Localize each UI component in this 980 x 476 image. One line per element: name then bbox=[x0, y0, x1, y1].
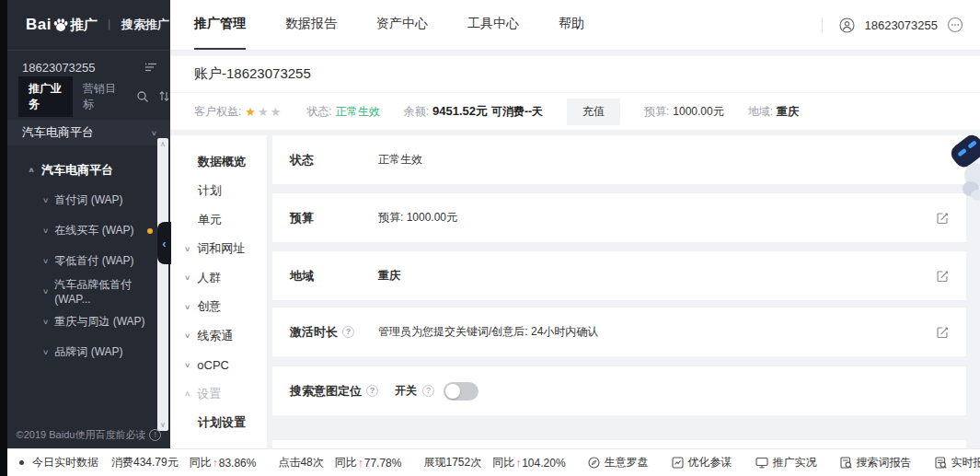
status-dot bbox=[19, 460, 24, 465]
clicks-stat: 点击48次 bbox=[278, 455, 323, 470]
menu-item-words-urls[interactable]: 词和网址 bbox=[170, 235, 267, 264]
compare-label: 同比 bbox=[335, 455, 357, 470]
tree-item[interactable]: 汽车品牌低首付 (WAP... bbox=[7, 276, 156, 307]
sidebar-account-id: 18623073255 bbox=[22, 61, 96, 75]
panel-intent-label: 搜索意图定位 bbox=[290, 383, 395, 400]
top-navigation: 推广管理 数据报告 资产中心 工具中心 帮助 18623073255 bbox=[170, 0, 980, 51]
link-optimization-advisor[interactable]: 优化参谋 bbox=[672, 455, 732, 470]
menu-item-plan[interactable]: 计划 bbox=[170, 177, 267, 206]
link-realtime-report[interactable]: 实时报告 bbox=[935, 455, 980, 470]
inner-menu: 数据概览 计划 单元 词和网址 人群 创意 线索通 oCPC 设置 计划设置 bbox=[170, 135, 267, 448]
user-icon[interactable] bbox=[839, 17, 855, 33]
chevron-down-icon bbox=[42, 226, 49, 235]
filter-icon[interactable] bbox=[144, 62, 157, 73]
panel-activation: 激活时长 管理员为您提交关键词/创意后: 24小时内确认 bbox=[272, 308, 966, 356]
sidebar-footer: ©2019 Baidu使用百度前必读 bbox=[7, 428, 170, 442]
link-search-term-report[interactable]: 搜索词报告 bbox=[840, 455, 912, 470]
nav-help[interactable]: 帮助 bbox=[559, 0, 584, 50]
tab-promotion-business[interactable]: 推广业务 bbox=[18, 76, 73, 117]
menu-label: 创意 bbox=[197, 298, 221, 315]
menu-item-ocpc[interactable]: oCPC bbox=[170, 351, 267, 380]
tree-item[interactable]: 在线买车 (WAP) bbox=[7, 215, 156, 246]
link-promotion-live[interactable]: 推广实况 bbox=[755, 455, 817, 470]
help-icon[interactable] bbox=[342, 326, 354, 338]
link-label: 优化参谋 bbox=[688, 455, 732, 470]
link-label: 生意罗盘 bbox=[605, 455, 649, 470]
platform-dropdown-label: 汽车电商平台 bbox=[22, 124, 94, 141]
region-value: 重庆 bbox=[777, 104, 799, 120]
status-value: 正常生效 bbox=[336, 104, 380, 120]
consume-compare: 同比↑83.86% bbox=[190, 455, 257, 470]
sort-icon[interactable] bbox=[158, 90, 170, 102]
tree-item-label: 重庆与周边 (WAP) bbox=[54, 314, 144, 330]
search-icon[interactable] bbox=[136, 90, 149, 103]
menu-item-plan-settings[interactable]: 计划设置 bbox=[170, 409, 267, 438]
panel-region-label: 地域 bbox=[290, 268, 378, 284]
trend-up-icon: ↑ bbox=[515, 457, 521, 470]
menu-item-data-overview[interactable]: 数据概览 bbox=[170, 147, 267, 177]
star-gray-icon bbox=[258, 105, 271, 119]
baidu-paw-icon bbox=[52, 17, 69, 32]
edit-icon[interactable] bbox=[936, 269, 950, 283]
compare-value: 104.20% bbox=[522, 457, 565, 470]
rights-label: 客户权益: bbox=[194, 104, 241, 120]
compare-label: 同比 bbox=[492, 455, 514, 470]
tree-item-label: 零低首付 (WAP) bbox=[54, 253, 133, 269]
tree-item[interactable]: 首付词 (WAP) bbox=[7, 185, 156, 215]
menu-item-settings[interactable]: 设置 bbox=[170, 379, 267, 409]
account-info-bar: 客户权益: 状态: 正常生效 余额: 9451.52元 可消费--天 充值 预算… bbox=[170, 93, 980, 130]
menu-item-leads[interactable]: 线索通 bbox=[170, 321, 267, 351]
account-status: 状态: 正常生效 bbox=[306, 104, 379, 120]
platform-dropdown[interactable]: 汽车电商平台 bbox=[7, 120, 170, 145]
nav-tool-center[interactable]: 工具中心 bbox=[467, 0, 519, 50]
nav-right-group: 18623073255 bbox=[822, 0, 980, 50]
nav-promotion-management[interactable]: 推广管理 bbox=[194, 0, 246, 50]
chevron-up-icon bbox=[28, 166, 35, 174]
trend-up-icon: ↑ bbox=[358, 457, 363, 470]
intent-label-text: 搜索意图定位 bbox=[290, 383, 362, 400]
edit-icon[interactable] bbox=[936, 211, 950, 225]
account-header-card: 账户-18623073255 客户权益: 状态: 正常生效 余额: 9451.5… bbox=[170, 56, 980, 130]
menu-label: 人群 bbox=[197, 270, 221, 286]
link-label: 搜索词报告 bbox=[857, 455, 912, 470]
account-budget: 预算: 1000.00元 bbox=[644, 104, 724, 120]
sidebar-scrollbar[interactable] bbox=[157, 138, 168, 431]
intent-toggle-off[interactable] bbox=[444, 382, 478, 401]
status-label: 状态: bbox=[306, 104, 331, 120]
tree-root-item[interactable]: 汽车电商平台 bbox=[7, 155, 156, 185]
chevron-down-icon bbox=[42, 257, 49, 265]
chevron-down-icon bbox=[184, 331, 190, 340]
help-icon[interactable] bbox=[366, 385, 378, 397]
recharge-button[interactable]: 充值 bbox=[567, 99, 620, 125]
scroll-down-arrow[interactable] bbox=[157, 421, 168, 429]
chevron-down-icon bbox=[42, 287, 49, 296]
tree-item[interactable]: 品牌词 (WAP) bbox=[7, 337, 156, 367]
menu-item-creative[interactable]: 创意 bbox=[170, 293, 267, 322]
sidebar-collapse-handle[interactable] bbox=[157, 222, 171, 264]
tab-marketing-goal[interactable]: 营销目标 bbox=[73, 76, 127, 117]
menu-item-unit[interactable]: 单元 bbox=[170, 205, 267, 235]
tree-item[interactable]: 重庆与周边 (WAP) bbox=[7, 307, 156, 337]
tree-item-label: 汽车品牌低首付 (WAP... bbox=[54, 277, 156, 306]
region-label: 地域: bbox=[748, 104, 773, 120]
more-options-icon[interactable] bbox=[947, 17, 963, 33]
menu-item-audience[interactable]: 人群 bbox=[170, 263, 267, 293]
tree-item-label: 品牌词 (WAP) bbox=[54, 344, 122, 360]
panel-activation-label: 激活时长 bbox=[290, 324, 378, 341]
nav-data-report[interactable]: 数据报告 bbox=[285, 0, 337, 50]
campaign-tree: 汽车电商平台 首付词 (WAP) 在线买车 (WAP) 零低首付 (WAP) 汽… bbox=[7, 155, 156, 367]
help-icon[interactable] bbox=[422, 385, 434, 397]
baidu-logo[interactable]: Bai 推广 丨 搜索推广 bbox=[7, 0, 170, 51]
budget-label: 预算: bbox=[644, 104, 669, 120]
window-edge bbox=[0, 0, 7, 476]
panel-activation-value: 管理员为您提交关键词/创意后: 24小时内确认 bbox=[378, 324, 598, 340]
link-business-compass[interactable]: 生意罗盘 bbox=[588, 455, 649, 470]
logo-divider: 丨 bbox=[104, 17, 115, 33]
star-gold-icon bbox=[245, 105, 258, 119]
scroll-up-arrow[interactable] bbox=[157, 140, 168, 148]
tree-item-label: 在线买车 (WAP) bbox=[54, 223, 133, 238]
nav-user-phone[interactable]: 18623073255 bbox=[864, 18, 938, 32]
edit-icon[interactable] bbox=[936, 325, 950, 339]
tree-item[interactable]: 零低首付 (WAP) bbox=[7, 246, 156, 276]
nav-asset-center[interactable]: 资产中心 bbox=[376, 0, 428, 50]
